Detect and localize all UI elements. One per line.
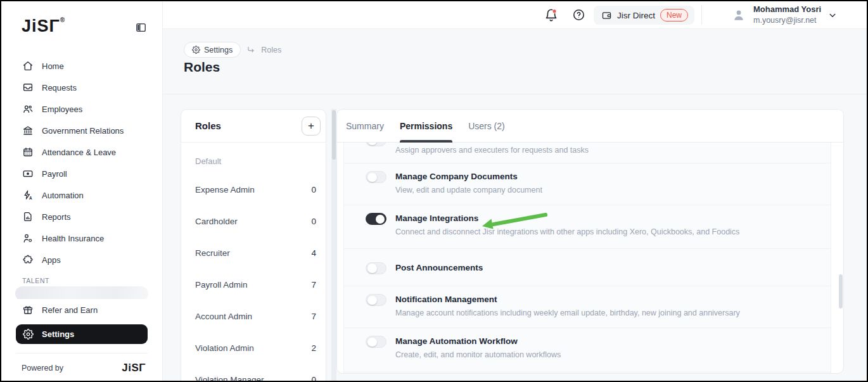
role-row-cardholder[interactable]: Cardholder 0 [181, 205, 326, 237]
jisr-direct-button[interactable]: Jisr Direct New [594, 6, 694, 25]
permission-title: Manage Company Documents [395, 170, 542, 181]
sidebar-item-refer-and-earn[interactable]: Refer and Earn [1, 299, 162, 321]
permission-description: Manage account notifications including w… [395, 309, 740, 317]
permission-toggle[interactable] [366, 213, 386, 225]
role-name: Violation Manager [195, 375, 264, 381]
puzzle-icon [22, 254, 34, 265]
permission-toggle[interactable] [366, 171, 386, 183]
role-row-violation-admin[interactable]: Violation Admin 2 [181, 332, 326, 364]
permission-row-manage-automation-workflow: Manage Automation Workflow Create, edit,… [344, 328, 831, 372]
sidebar-item-automation[interactable]: A Automation [1, 184, 162, 206]
toggle-knob [367, 173, 377, 182]
role-name: Expense Admin [195, 185, 255, 194]
page-title: Roles [184, 60, 220, 75]
role-count: 4 [311, 248, 316, 258]
permission-toggle[interactable] [366, 262, 386, 274]
help-icon[interactable] [572, 8, 585, 22]
sidebar-item-label: Settings [42, 329, 74, 339]
sidebar-item-government-relations[interactable]: Government Relations [1, 120, 162, 141]
logo-row: JiSΓ® [1, 1, 162, 36]
sidebar-nav: Home Requests Employees Government Relat… [1, 55, 162, 301]
add-role-button[interactable]: + [302, 117, 321, 136]
sidebar-item-reports[interactable]: Reports [1, 206, 162, 227]
permission-description: Create, edit, and monitor automation wor… [395, 350, 561, 359]
roles-list: Default Expense Admin 0 Cardholder 0 Rec… [181, 143, 326, 381]
main-content: Settings Roles Roles Roles + Default Exp… [163, 29, 867, 381]
role-row-payroll-admin[interactable]: Payroll Admin 7 [181, 269, 326, 300]
sidebar-item-label: Refer and Earn [42, 305, 98, 315]
permissions-list: Assign approvers and executers for reque… [343, 143, 831, 373]
jisr-logo: JiSΓ® [22, 16, 65, 35]
sidebar-item-attendance-leave[interactable]: Attendance & Leave [1, 141, 162, 163]
tab-summary[interactable]: Summary [346, 110, 384, 143]
tab-permissions[interactable]: Permissions [400, 110, 452, 143]
permission-title: Post Announcements [395, 263, 483, 272]
permission-title: Notification Management [395, 293, 740, 304]
jisr-direct-label: Jisr Direct [617, 11, 655, 20]
roles-scrollbar[interactable] [331, 109, 336, 381]
roles-panel-title: Roles [195, 120, 221, 131]
svg-text:A: A [29, 196, 32, 200]
tab-users[interactable]: Users (2) [468, 110, 505, 143]
role-row-recruiter[interactable]: Recruiter 4 [181, 237, 326, 269]
user-avatar[interactable] [732, 8, 746, 22]
user-email: m.yousry@jisr.net [753, 15, 821, 25]
scrollbar-thumb[interactable] [332, 110, 336, 160]
topbar: Jisr Direct New Mohammad Yosri m.yousry@… [163, 1, 867, 29]
sidebar-collapse-icon[interactable] [135, 22, 147, 34]
jisr-footer-logo: JiSΓ [122, 362, 146, 374]
permission-toggle[interactable] [366, 143, 386, 146]
toggle-knob [367, 338, 377, 347]
registered-mark: ® [60, 16, 65, 23]
breadcrumb-settings[interactable]: Settings [184, 42, 241, 58]
sidebar-item-requests[interactable]: Requests [1, 77, 162, 98]
permission-title: Manage Automation Workflow [395, 335, 561, 346]
permission-toggle[interactable] [366, 294, 386, 306]
permission-toggle[interactable] [366, 336, 386, 348]
sidebar-item-label: Home [42, 61, 64, 71]
role-row-expense-admin[interactable]: Expense Admin 0 [181, 174, 326, 205]
wallet-icon [601, 10, 612, 21]
tab-label: Permissions [400, 121, 452, 131]
tab-label: Users (2) [468, 121, 505, 131]
report-icon [22, 211, 34, 222]
role-name: Recruiter [195, 248, 230, 258]
sidebar-item-health-insurance[interactable]: Health Insurance [1, 227, 162, 249]
role-count: 2 [311, 343, 316, 353]
tab-bar: Summary Permissions Users (2) [337, 110, 843, 143]
sidebar-item-label: Requests [42, 83, 77, 92]
breadcrumb: Settings Roles [184, 42, 281, 58]
sidebar-item-apps[interactable]: Apps [1, 249, 162, 271]
breadcrumb-arrow-icon [246, 46, 255, 54]
role-name: Violation Admin [195, 343, 254, 353]
sidebar-item-payroll[interactable]: Payroll [1, 163, 162, 184]
sidebar-item-label: Health Insurance [42, 234, 104, 243]
roles-panel: Roles + Default Expense Admin 0 Cardhold… [181, 109, 326, 381]
permission-description: Connect and disconnect Jisr integrations… [395, 227, 739, 236]
divider [163, 94, 867, 94]
notifications-bell-icon[interactable] [544, 8, 558, 22]
user-menu[interactable]: Mohammad Yosri m.yousry@jisr.net [753, 4, 821, 25]
sidebar-item-home[interactable]: Home [1, 55, 162, 77]
role-count: 0 [311, 217, 316, 226]
chevron-down-icon[interactable] [827, 10, 838, 21]
role-name: Account Admin [195, 312, 252, 321]
divider [16, 353, 148, 353]
permission-row-notification-management: Notification Management Manage account n… [344, 286, 831, 328]
sidebar-item-employees[interactable]: Employees [1, 98, 162, 120]
sidebar-item-settings[interactable]: Settings [16, 324, 148, 344]
permissions-scrollbar-thumb[interactable] [839, 274, 843, 309]
inbox-icon [22, 82, 34, 93]
powered-by-label: Powered by [22, 364, 63, 372]
bank-icon [22, 125, 34, 136]
divider [701, 5, 702, 25]
role-row-violation-manager[interactable]: Violation Manager 0 [181, 364, 326, 381]
permission-description: View, edit and update company document [395, 186, 542, 194]
roles-panel-header: Roles + [181, 110, 326, 143]
permission-row-partial: Assign approvers and executers for reque… [344, 143, 831, 163]
toggle-knob [367, 296, 377, 305]
people-icon [22, 103, 34, 115]
gift-icon [22, 304, 34, 315]
role-row-account-admin[interactable]: Account Admin 7 [181, 300, 326, 332]
app-window: JiSΓ® Home Requests Employees Government… [0, 0, 868, 382]
